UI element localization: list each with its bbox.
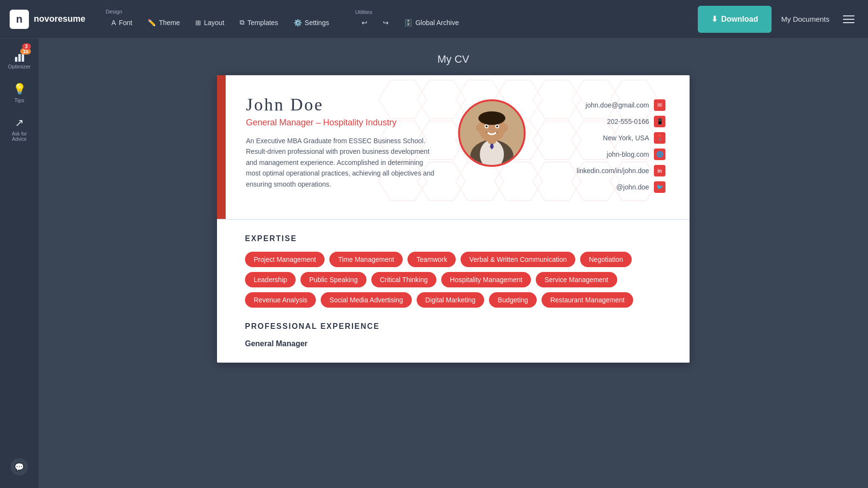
tags-container: Project ManagementTime ManagementTeamwor… (245, 252, 665, 308)
expertise-tag: Leadership (245, 272, 296, 287)
cv-name: John Doe (246, 95, 453, 115)
bar1 (15, 57, 17, 62)
cv-phone: 202-555-0166 (607, 118, 649, 125)
cv-left-bar (217, 75, 226, 219)
global-archive-label: Global Archive (415, 19, 459, 27)
settings-icon: ⚙️ (294, 19, 302, 27)
font-button[interactable]: A Font (105, 15, 139, 29)
contact-twitter-row: @john.doe 🐦 (530, 181, 665, 193)
svg-point-32 (486, 125, 488, 127)
tips-icon: 💡 (13, 83, 26, 95)
expertise-tag: Verbal & Written Communication (461, 252, 575, 267)
sidebar-item-optimizer[interactable]: 15 3 Optimizer (2, 46, 36, 74)
cv-area: My CV (39, 39, 868, 488)
expertise-tag: Social Media Advertising (321, 292, 412, 308)
svg-point-29 (503, 124, 508, 132)
cv-body: EXPERTISE Project ManagementTime Managem… (217, 220, 690, 363)
utilities-section: Utilities ↩ ↪ 🗄️ Global Archive (355, 9, 465, 29)
cv-location: New York, USA (603, 134, 649, 142)
sidebar: 15 3 Optimizer 💡 Tips ↗ Ask for Advice 💬 (0, 39, 39, 488)
ask-advice-label: Ask for Advice (6, 131, 32, 142)
download-label: Download (721, 15, 758, 24)
cv-email: john.doe@gmail.com (585, 101, 649, 109)
twitter-icon: 🐦 (654, 181, 665, 193)
hamburger-button[interactable] (839, 12, 858, 27)
expertise-tag: Teamwork (407, 252, 456, 267)
expertise-tag: Hospitality Management (441, 272, 531, 287)
download-icon: ⬇ (711, 14, 718, 24)
professional-section: PROFESSIONAL EXPERIENCE General Manager (245, 322, 665, 348)
cv-twitter: @john.doe (616, 183, 649, 191)
templates-icon: ⧉ (240, 18, 244, 27)
sidebar-item-ask-advice[interactable]: ↗ Ask for Advice (2, 112, 36, 147)
expertise-title: EXPERTISE (245, 234, 665, 243)
contact-location-row: New York, USA 📍 (530, 132, 665, 144)
templates-label: Templates (247, 19, 278, 27)
global-archive-button[interactable]: 🗄️ Global Archive (397, 16, 465, 29)
undo-button[interactable]: ↩ (355, 16, 374, 29)
expertise-tag: Revenue Analysis (245, 292, 316, 308)
svg-marker-16 (456, 162, 504, 201)
settings-button[interactable]: ⚙️ Settings (287, 15, 336, 29)
cv-header: John Doe General Manager – Hospitality I… (217, 75, 690, 220)
expertise-tag: Time Management (329, 252, 403, 267)
optimizer-label: Optimizer (8, 64, 30, 69)
cv-paper: John Doe General Manager – Hospitality I… (217, 75, 690, 363)
download-button[interactable]: ⬇ Download (698, 6, 772, 33)
chat-icon: 💬 (14, 462, 24, 472)
cv-website: john-blog.com (607, 150, 649, 158)
chat-bubble-button[interactable]: 💬 (11, 458, 28, 475)
contact-website-row: john-blog.com 🌐 (530, 149, 665, 160)
expertise-tag: Project Management (245, 252, 325, 267)
redo-icon: ↪ (383, 19, 389, 27)
cv-linkedin: linkedin.com/in/john.doe (577, 167, 649, 175)
utilities-label: Utilities (355, 9, 372, 15)
badge-3: 3 (22, 43, 31, 50)
expertise-tag: Digital Marketing (417, 292, 484, 308)
linkedin-icon: in (654, 165, 665, 176)
cv-contact-area: john.doe@gmail.com ✉ 202-555-0166 📱 New … (530, 95, 665, 193)
layout-label: Layout (204, 19, 224, 27)
font-label: Font (119, 19, 132, 27)
expertise-tag: Budgeting (489, 292, 537, 308)
main-area: 15 3 Optimizer 💡 Tips ↗ Ask for Advice 💬… (0, 39, 868, 488)
ask-advice-icon: ↗ (15, 117, 24, 129)
cv-photo-area (453, 95, 530, 167)
expertise-tag: Public Speaking (300, 272, 366, 287)
theme-button[interactable]: ✏️ Theme (141, 15, 187, 29)
cv-role: General Manager – Hospitality Industry (246, 118, 453, 128)
sidebar-item-tips[interactable]: 💡 Tips (2, 78, 36, 108)
logo-box: n (10, 10, 29, 29)
archive-icon: 🗄️ (404, 19, 412, 27)
logo[interactable]: n novoresume (10, 10, 85, 29)
expertise-section: EXPERTISE Project ManagementTime Managem… (245, 234, 665, 308)
phone-icon: 📱 (654, 116, 665, 127)
cv-summary: An Executive MBA Graduate from ESSEC Bus… (246, 136, 439, 190)
utilities-items: ↩ ↪ 🗄️ Global Archive (355, 16, 465, 29)
design-label: Design (105, 9, 122, 14)
cv-page-title: My CV (437, 53, 469, 66)
experience-title: PROFESSIONAL EXPERIENCE (245, 322, 665, 331)
theme-label: Theme (159, 19, 180, 27)
expertise-tag: Restaurant Management (542, 292, 633, 308)
bar2 (18, 54, 21, 62)
undo-icon: ↩ (362, 19, 367, 27)
top-navigation: n novoresume Design A Font ✏️ Theme ⊞ La… (0, 0, 868, 39)
my-documents-button[interactable]: My Documents (772, 15, 839, 23)
job-title: General Manager (245, 339, 665, 348)
layout-button[interactable]: ⊞ Layout (189, 15, 231, 29)
logo-letter: n (16, 13, 22, 26)
my-documents-label: My Documents (781, 15, 829, 23)
svg-point-28 (476, 124, 481, 132)
cv-photo (458, 99, 526, 167)
expertise-tag: Negotiation (580, 252, 632, 267)
hamburger-icon (843, 15, 854, 23)
font-icon: A (111, 19, 116, 27)
settings-label: Settings (305, 19, 329, 27)
contact-email-row: john.doe@gmail.com ✉ (530, 99, 665, 111)
templates-button[interactable]: ⧉ Templates (233, 15, 285, 29)
tips-label: Tips (14, 97, 24, 103)
redo-button[interactable]: ↪ (376, 16, 395, 29)
email-icon: ✉ (654, 99, 665, 111)
svg-point-33 (496, 125, 498, 127)
